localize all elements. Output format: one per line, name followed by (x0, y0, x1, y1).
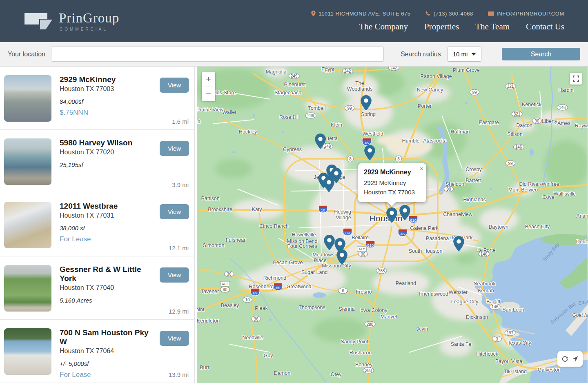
map-label: Double Bayou (576, 239, 588, 245)
zoom-out-button[interactable]: − (202, 87, 215, 101)
highway-shield: 69 (274, 283, 283, 291)
map-label: South Houston (409, 248, 443, 254)
map-label: Spring (361, 111, 376, 117)
map-label: Pearland (396, 281, 416, 286)
map-label: Guy (264, 353, 273, 359)
map-label: Dickinson (466, 314, 488, 320)
map-label: Island (197, 119, 200, 125)
contact-row: 11011 RICHMOND AVE, SUITE 675 (713) 300-… (311, 11, 564, 17)
fullscreen-button[interactable] (570, 73, 582, 85)
brand-name: PrinGroup (59, 11, 119, 26)
highway-shield: 45 (398, 229, 408, 237)
map-canvas[interactable]: MagnoliaEgyptPinehurstStagecoachTheWoodl… (197, 67, 588, 383)
map-property-pin[interactable] (364, 145, 375, 162)
my-location-button[interactable] (572, 356, 579, 362)
map-label: Plum Grove (453, 67, 480, 73)
listing-size: 38,000 sf (60, 225, 154, 232)
map-label: Sienna (339, 306, 355, 312)
map-property-pin[interactable] (386, 207, 397, 225)
map-label: Magnolia (266, 69, 287, 75)
nav-the-team[interactable]: The Team (475, 22, 510, 32)
view-button[interactable]: View (160, 267, 189, 283)
listing-card: 700 N Sam Houston Pky W Houston TX 77064… (0, 320, 194, 383)
map-label: Liberty (542, 118, 557, 124)
map-label: Needville (242, 335, 263, 341)
map-property-pin[interactable] (336, 249, 347, 267)
highway-shield: 8 (395, 156, 402, 162)
view-button[interactable]: View (160, 204, 189, 219)
map-label: Galena Park (410, 225, 438, 231)
highway-shield: 321 (505, 83, 516, 89)
map-property-pin[interactable] (361, 95, 372, 112)
map-label: Seabrook (474, 281, 496, 287)
map-label: Wallisville (554, 191, 576, 197)
map-zoom-control: + − (202, 72, 215, 101)
highway-shield: 36 (224, 271, 234, 277)
map-label: Powell Point (197, 307, 204, 312)
map-label: Richmond (263, 275, 286, 281)
search-bar: Your location Search radius 10 mi Search (0, 42, 588, 67)
map-label: Kendleton (197, 318, 220, 324)
radius-dropdown[interactable]: 10 mi (448, 47, 482, 62)
map-label: Santa Fe (451, 341, 472, 347)
map-info-window: × 2929 McKinney 2929 McKinney Houston TX… (358, 163, 426, 202)
nav-the-company[interactable]: The Company (359, 22, 408, 32)
nav-contact-us[interactable]: Contact Us (526, 22, 564, 32)
map-label: Bonney (355, 362, 372, 367)
highway-shield: 90 (358, 251, 368, 257)
map-property-pin[interactable] (399, 205, 410, 222)
brand-tagline: COMMERCIAL (60, 27, 119, 31)
listing-thumbnail (4, 202, 51, 248)
listing-distance: 3.9 mi (172, 181, 189, 188)
listing-price-link[interactable]: $.75NNN (60, 109, 154, 117)
listing-price-link[interactable]: For Lease (60, 371, 154, 379)
view-button[interactable]: View (160, 141, 189, 156)
listings-sidebar[interactable]: 2929 McKinney Houston TX 77003 84,000sf … (0, 67, 195, 383)
contact-address[interactable]: 11011 RICHMOND AVE, SUITE 675 (311, 11, 410, 17)
close-icon[interactable]: × (420, 165, 423, 171)
listing-address: Houston TX 77020 (60, 149, 154, 156)
map-property-pin[interactable] (324, 235, 335, 252)
map-label: Egypt (321, 67, 334, 72)
map-property-pin[interactable] (323, 177, 334, 194)
view-button[interactable]: View (160, 331, 189, 346)
map-label: New Caney (417, 87, 443, 93)
map-label: Thompsons (298, 305, 325, 310)
map-label: Humble (402, 138, 419, 144)
nav-properties[interactable]: Properties (424, 22, 459, 32)
listing-title: 700 N Sam Houston Pky W (60, 328, 154, 346)
map-label: Pattison (201, 196, 219, 201)
map-label: Village (336, 215, 351, 220)
map-label: Anahuac (576, 213, 588, 219)
map-label: Mont Belvieu (508, 187, 538, 193)
map-label: Bellaire (352, 235, 369, 240)
contact-phone[interactable]: (713) 300-4068 (425, 11, 473, 17)
highway-shield: 6 (338, 288, 348, 294)
fullscreen-icon (573, 76, 579, 82)
map-label: Hedwig (334, 209, 351, 215)
zoom-in-button[interactable]: + (202, 72, 215, 87)
listing-thumbnail (4, 75, 51, 122)
map-label: Patton Village (421, 73, 452, 79)
map-bottom-controls (557, 351, 583, 367)
map-label: Eastgate (479, 120, 499, 125)
map-label: Beach City (525, 224, 550, 229)
listing-price-link[interactable]: For Lease (60, 235, 154, 243)
brand-logo[interactable]: PrinGroup COMMERCIAL (24, 11, 119, 32)
location-input[interactable] (51, 47, 384, 62)
listing-thumbnail (4, 328, 51, 375)
contact-email[interactable]: INFO@PRINGROUP.COM (488, 11, 564, 17)
map-label: Iowa Colony (359, 307, 388, 313)
info-window-address-line1: 2929 McKinney (364, 178, 421, 187)
map-label: Baytown (489, 224, 508, 230)
map-label: Old River-Winfree (519, 181, 559, 187)
search-button[interactable]: Search (502, 48, 580, 60)
map-label: Ames (557, 120, 570, 126)
map-property-pin[interactable] (315, 134, 326, 151)
view-button[interactable]: View (160, 78, 189, 93)
map-label: Cypress (283, 147, 302, 152)
map-property-pin[interactable] (453, 236, 464, 253)
refresh-button[interactable] (561, 356, 568, 363)
highway-shield: 90 (220, 287, 230, 293)
map-label: League City (451, 299, 479, 305)
